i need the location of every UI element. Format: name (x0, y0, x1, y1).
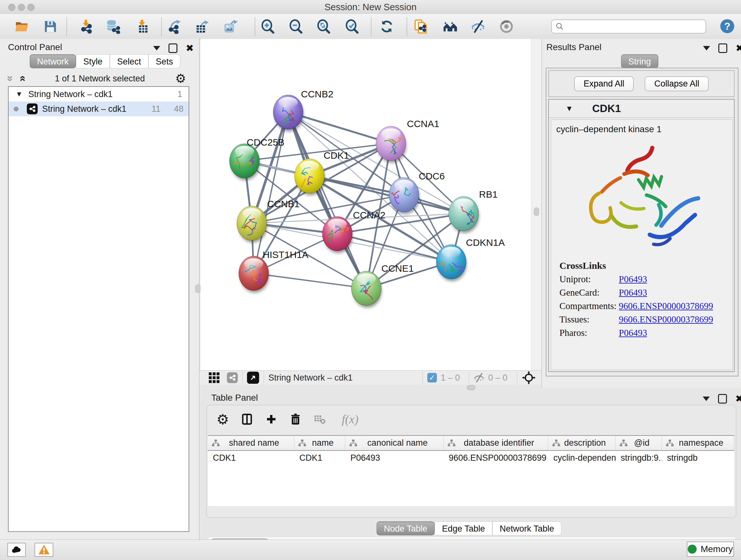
table-settings-gear-icon[interactable]: ⚙ (214, 411, 231, 428)
function-builder-icon[interactable]: f(x) (336, 411, 364, 428)
network-collection-row[interactable]: ▼ String Network – cdk1 1 (9, 87, 189, 102)
import-network-database-icon[interactable] (106, 19, 121, 34)
table-cell[interactable]: P06493 (345, 453, 444, 463)
close-window-button[interactable] (8, 4, 15, 11)
collapse-all-button[interactable]: Collapse All (645, 76, 709, 91)
network-options-gear-icon[interactable]: ⚙ (175, 72, 186, 84)
import-table-file-icon[interactable] (135, 19, 149, 34)
vertical-splitter[interactable] (531, 39, 542, 370)
search-input[interactable] (564, 21, 700, 32)
add-column-icon[interactable] (263, 411, 280, 428)
zoom-fit-icon[interactable] (316, 19, 331, 34)
tab-select[interactable]: Select (110, 54, 148, 68)
network-node-RB1[interactable]: RB1 (449, 189, 497, 233)
crosslink-link[interactable]: P06493 (619, 287, 647, 298)
grid-view-icon[interactable] (208, 371, 220, 384)
eye-icon[interactable] (499, 19, 514, 34)
tab-network[interactable]: Network (30, 54, 76, 68)
tab-edge-table[interactable]: Edge Table (434, 521, 492, 536)
crosslink-link[interactable]: P06493 (619, 274, 647, 285)
network-node-CCNE1[interactable]: CCNE1 (351, 263, 414, 308)
home-icon[interactable] (443, 19, 458, 34)
collection-expand-icon[interactable]: ▼ (16, 90, 23, 98)
column-header-database-identifier[interactable]: database identifier (444, 436, 548, 450)
expand-all-button[interactable]: Expand All (574, 76, 634, 91)
maximize-panel-icon[interactable] (718, 44, 727, 53)
tab-sets[interactable]: Sets (148, 54, 180, 68)
network-graph[interactable]: CCNB2CCNA1CDC25BCDK1CDC6RB1CCNB1CCNA2CDK… (200, 39, 531, 370)
network-canvas[interactable]: CCNB2CCNA1CDC25BCDK1CDC6RB1CCNB1CCNA2CDK… (200, 39, 531, 370)
splitter-handle[interactable] (534, 207, 539, 216)
maximize-window-button[interactable] (27, 4, 35, 11)
table-cell[interactable]: stringdb:9... (616, 453, 662, 463)
network-edge-CCNB2-CCNE1[interactable] (288, 112, 366, 288)
open-in-new-window-icon[interactable] (247, 372, 259, 384)
memory-button[interactable]: Memory (687, 542, 734, 557)
table-row[interactable]: CDK1CDK1P064939606.ENSP00000378699cyclin… (208, 451, 734, 465)
close-panel-icon[interactable]: ✖ (736, 44, 741, 52)
crosslink-link[interactable]: 9606.ENSP00000378699 (619, 314, 713, 325)
tab-network-table[interactable]: Network Table (492, 521, 562, 536)
export-image-icon[interactable] (224, 19, 239, 34)
tab-style[interactable]: Style (76, 54, 110, 68)
maximize-panel-icon[interactable] (169, 44, 178, 53)
string-view-icon[interactable] (227, 372, 238, 383)
network-node-CDKN1A[interactable]: CDKN1A (436, 237, 505, 281)
save-session-icon[interactable] (43, 19, 58, 34)
open-session-icon[interactable] (15, 19, 29, 34)
crosslink-link[interactable]: 9606.ENSP00000378699 (619, 301, 713, 311)
delete-column-icon[interactable] (287, 411, 304, 428)
horizontal-splitter-handle[interactable] (467, 385, 475, 390)
collapse-all-networks-icon[interactable]: » (6, 76, 16, 82)
search-field[interactable] (551, 19, 706, 34)
network-node-CCNB2[interactable]: CCNB2 (273, 89, 333, 132)
table-cell[interactable]: cyclin-dependent ... (548, 453, 616, 463)
table-cell[interactable]: 9606.ENSP00000378699 (444, 453, 548, 463)
column-header--id[interactable]: @id (616, 436, 662, 450)
column-header-name[interactable]: name (294, 436, 345, 450)
export-table-icon[interactable] (195, 19, 210, 34)
maximize-panel-icon[interactable] (718, 394, 727, 403)
protein-section-header[interactable]: ▼ CDK1 (549, 100, 734, 118)
hidden-eye-slash-icon[interactable] (473, 372, 485, 384)
tab-string[interactable]: String (621, 54, 658, 68)
section-collapse-icon[interactable]: ▼ (565, 104, 573, 113)
zoom-out-icon[interactable] (288, 19, 303, 34)
float-panel-icon[interactable] (703, 396, 710, 401)
show-columns-icon[interactable] (239, 411, 255, 428)
refresh-icon[interactable] (380, 19, 394, 34)
selected-checkbox-icon[interactable]: ✓ (427, 373, 437, 382)
birdseye-crosshair-icon[interactable] (522, 371, 536, 385)
network-node-CDC25B[interactable]: CDC25B (229, 137, 284, 180)
table-cell[interactable]: CDK1 (208, 453, 294, 463)
network-row[interactable]: String Network – cdk1 11 48 (9, 102, 189, 116)
export-network-icon[interactable] (168, 19, 183, 34)
minimize-window-button[interactable] (18, 4, 25, 11)
network-node-CCNA1[interactable]: CCNA1 (376, 118, 440, 163)
float-panel-icon[interactable] (703, 46, 710, 51)
network-node-HIST1H1A[interactable]: HIST1H1A (239, 249, 308, 293)
close-panel-icon[interactable]: ✖ (735, 395, 741, 402)
left-splitter-handle[interactable] (195, 285, 200, 293)
float-panel-icon[interactable] (153, 46, 160, 51)
help-icon[interactable]: ? (719, 18, 735, 34)
expand-all-networks-icon[interactable]: » (17, 76, 26, 82)
tab-node-table[interactable]: Node Table (377, 521, 434, 536)
zoom-in-icon[interactable] (260, 19, 275, 34)
cloud-button[interactable] (7, 543, 26, 557)
show-hide-graphics-icon[interactable] (471, 19, 485, 34)
zoom-selected-icon[interactable] (345, 19, 359, 34)
crosslink-link[interactable]: P06493 (619, 327, 647, 338)
column-header-shared-name[interactable]: shared name (208, 436, 294, 450)
column-header-namespace[interactable]: namespace (662, 436, 734, 450)
column-header-description[interactable]: description (548, 436, 616, 450)
import-network-file-icon[interactable] (79, 19, 94, 34)
copy-network-icon[interactable] (414, 19, 428, 34)
close-panel-icon[interactable]: ✖ (186, 44, 194, 52)
warning-button[interactable] (35, 543, 53, 557)
network-edge-CCNB2-CCNA1[interactable] (288, 112, 391, 143)
column-header-canonical-name[interactable]: canonical name (345, 436, 444, 450)
network-edge-HIST1H1A-CCNE1[interactable] (254, 273, 366, 288)
table-cell[interactable]: stringdb (662, 453, 734, 463)
delete-table-icon[interactable] (312, 411, 328, 428)
